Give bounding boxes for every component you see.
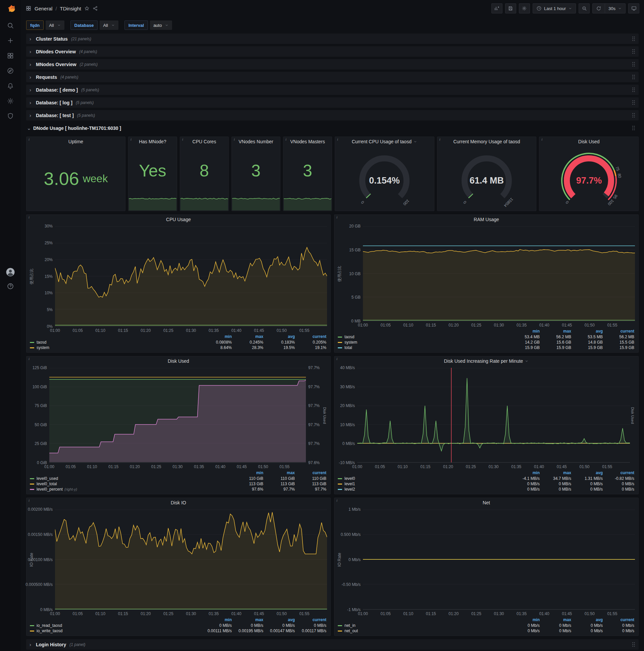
panel-info-icon[interactable]: i [232, 137, 238, 142]
legend-series-name[interactable]: io_read_taosd [37, 623, 62, 628]
legend-series-name[interactable]: taosd [345, 335, 354, 339]
drag-handle-icon[interactable] [632, 100, 635, 105]
panel-header[interactable]: VNodes Masters [283, 137, 332, 146]
panel-header[interactable]: Has MNode? [128, 137, 177, 146]
dashboard-row[interactable]: ›MNodes Overview(2 panels) [26, 59, 639, 69]
grafana-logo[interactable] [5, 3, 16, 14]
dashboards-grid-icon [26, 5, 32, 11]
dashboard-row[interactable]: ›Database: [ log ](5 panels) [26, 97, 639, 108]
legend-series-name[interactable]: level1 [345, 482, 355, 486]
panel-info-icon[interactable]: i [128, 137, 134, 142]
cycle-view-button[interactable] [628, 3, 639, 13]
drag-handle-icon[interactable] [632, 74, 635, 80]
drag-handle-icon[interactable] [632, 642, 635, 647]
add-panel-button[interactable] [491, 3, 503, 13]
chart-plot-area[interactable] [357, 368, 630, 463]
dashboard-row[interactable]: ⌄DNode Usage [ huolinhe-TM1701:6030 ] [26, 123, 639, 133]
chart-plot-area[interactable] [363, 226, 635, 321]
panel-info-icon[interactable]: i [335, 137, 341, 142]
series-color-swatch [338, 347, 342, 348]
chart-plot-area[interactable] [55, 226, 327, 327]
legend-series-name[interactable]: level2 [345, 487, 355, 492]
panel-info-icon[interactable]: i [334, 215, 341, 220]
user-avatar[interactable] [5, 267, 15, 277]
search-icon[interactable] [7, 22, 14, 29]
row-title: MNodes Overview [36, 62, 76, 67]
breadcrumb-page[interactable]: TDinsight [60, 6, 81, 11]
panel-header[interactable]: Disk Used [27, 356, 330, 366]
panel-info-icon[interactable]: i [27, 137, 33, 142]
legend-series-name[interactable]: io_write_taosd [37, 628, 62, 633]
panel-header[interactable]: Net [334, 498, 638, 507]
dashboards-icon[interactable] [7, 52, 14, 59]
panel-title: Disk IO [171, 500, 186, 505]
legend-series-name[interactable]: level0_used [37, 476, 58, 481]
drag-handle-icon[interactable] [632, 49, 635, 54]
right-axis-tick: 97.7% [308, 366, 320, 370]
server-admin-icon[interactable] [7, 113, 14, 120]
configuration-icon[interactable] [7, 97, 14, 105]
dashboard-settings-button[interactable] [519, 3, 530, 13]
legend-series-name[interactable]: net_in [345, 623, 356, 628]
panel-info-icon[interactable]: i [27, 498, 33, 503]
create-icon[interactable] [7, 37, 14, 44]
star-icon[interactable] [84, 6, 90, 11]
legend-series-name[interactable]: level0_percent [37, 487, 63, 492]
share-icon[interactable] [93, 6, 98, 11]
chart-plot-area[interactable] [55, 509, 327, 610]
panel-header[interactable]: Current CPU Usage of taosd [335, 137, 434, 146]
dashboard-row[interactable]: ›Requests(4 panels) [26, 72, 639, 82]
dashboard-row[interactable]: ›Login History(1 panel) [26, 639, 639, 650]
legend-series-name[interactable]: net_out [345, 628, 358, 633]
dashboard-row[interactable]: ›Database: [ test ](5 panels) [26, 110, 639, 121]
drag-handle-icon[interactable] [632, 87, 635, 93]
panel-header[interactable]: Uptime [27, 137, 125, 146]
zoom-out-time-button[interactable] [579, 3, 590, 13]
panel-info-icon[interactable]: i [180, 137, 186, 142]
legend-series-name[interactable]: system [345, 340, 357, 345]
variable-group: fqdnAll [26, 21, 64, 30]
refresh-picker[interactable]: 30s [592, 3, 625, 13]
time-range-picker[interactable]: Last 1 hour [533, 3, 576, 13]
explore-icon[interactable] [7, 67, 14, 74]
legend-row: io_write_taosd0.00111 MB/s0.00195 MB/s0.… [30, 628, 326, 633]
alerting-icon[interactable] [7, 82, 14, 90]
panel-info-icon[interactable]: i [334, 498, 341, 503]
panel-info-icon[interactable]: i [539, 137, 545, 142]
row-title: Login History [36, 642, 66, 647]
chart-plot-area[interactable] [49, 368, 306, 463]
legend-series-name[interactable]: total [345, 345, 352, 350]
legend-series-name[interactable]: level0 [345, 476, 355, 481]
variable-value-database[interactable]: All [100, 21, 118, 30]
stat-value-area: 3.06week [27, 146, 125, 211]
panel-info-icon[interactable]: i [283, 137, 289, 142]
dashboard-row[interactable]: ›DNodes Overview(4 panels) [26, 46, 639, 57]
drag-handle-icon[interactable] [632, 36, 635, 41]
panel-info-icon[interactable]: i [27, 356, 33, 362]
panel-header[interactable]: Current Memory Usage of taosd [438, 137, 536, 146]
variable-value-interval[interactable]: auto [150, 21, 172, 30]
help-icon[interactable] [7, 283, 14, 290]
drag-handle-icon[interactable] [632, 61, 635, 67]
panel-header[interactable]: CPU Cores [180, 137, 228, 146]
legend-series-name[interactable]: level0_total [37, 482, 57, 486]
panel-info-icon[interactable]: i [438, 137, 443, 142]
panel-header[interactable]: Disk IO [27, 498, 330, 507]
panel-header[interactable]: RAM Usage [334, 215, 638, 224]
drag-handle-icon[interactable] [632, 113, 635, 118]
dashboard-row[interactable]: ›Cluster Status(21 panels) [26, 34, 639, 44]
panel-info-icon[interactable]: i [27, 215, 33, 220]
panel-header[interactable]: VNodes Number [232, 137, 280, 146]
chart-plot-area[interactable] [363, 509, 635, 610]
breadcrumb-section[interactable]: General [35, 6, 52, 11]
variable-value-fqdn[interactable]: All [45, 21, 64, 30]
panel-header[interactable]: CPU Usage [27, 215, 330, 224]
save-dashboard-button[interactable] [505, 3, 516, 13]
panel-info-icon[interactable]: i [334, 356, 341, 362]
dashboard-row[interactable]: ›Database: [ demo ](5 panels) [26, 85, 639, 95]
panel-header[interactable]: Disk Used [539, 137, 638, 146]
drag-handle-icon[interactable] [632, 125, 635, 131]
panel-header[interactable]: Disk Used Increasing Rate per Minute [334, 356, 638, 366]
legend-series-name[interactable]: system [37, 345, 49, 350]
legend-series-name[interactable]: taosd [37, 340, 46, 345]
